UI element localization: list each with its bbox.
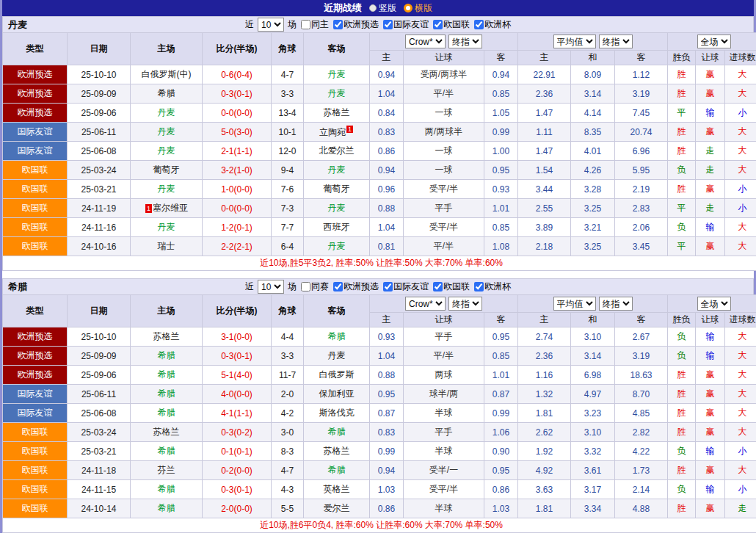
away-team[interactable]: 希腊 xyxy=(304,461,370,480)
handicap: 平/半 xyxy=(404,347,484,366)
odds-source-select[interactable]: Crow* xyxy=(405,297,446,311)
corners: 10-1 xyxy=(272,123,304,142)
home-team[interactable]: 希腊 xyxy=(131,385,203,404)
home-team[interactable]: 丹麦 xyxy=(131,104,203,123)
away-team[interactable]: 苏格兰 xyxy=(304,104,370,123)
away-team[interactable]: 丹麦 xyxy=(304,65,370,84)
away-team[interactable]: 丹麦 xyxy=(304,237,370,256)
away-team[interactable]: 希腊 xyxy=(304,327,370,347)
league-filter-0[interactable]: 欧洲预选 xyxy=(331,18,379,31)
league-filter-3-checkbox[interactable] xyxy=(474,282,484,291)
match-date: 24-11-16 xyxy=(68,218,131,237)
scope-select[interactable]: 全场 xyxy=(697,297,731,311)
league-filter-2[interactable]: 欧国联 xyxy=(431,280,470,293)
sub-col-header: 主 xyxy=(518,51,571,65)
away-team[interactable]: 北爱尔兰 xyxy=(304,142,370,161)
team-name: 丹麦 xyxy=(8,18,27,32)
home-team[interactable]: 苏格兰 xyxy=(131,327,203,347)
col-header-type: 类型 xyxy=(3,295,68,327)
odds-time-select[interactable]: 终指 xyxy=(448,35,482,48)
away-team[interactable]: 丹麦 xyxy=(304,347,370,366)
scope-select[interactable]: 全场 xyxy=(697,35,731,48)
league-filter-2-checkbox[interactable] xyxy=(433,20,443,29)
league-filter-2-checkbox[interactable] xyxy=(433,282,443,291)
home-team[interactable]: 丹麦 xyxy=(131,142,203,161)
odds-time-select[interactable]: 终指 xyxy=(448,297,482,311)
home-team[interactable]: 丹麦 xyxy=(131,218,203,237)
league-filter-3[interactable]: 欧洲杯 xyxy=(472,280,511,293)
home-team[interactable]: 丹麦 xyxy=(131,180,203,199)
away-team[interactable]: 立陶宛1 xyxy=(304,123,370,142)
league-filter-1-checkbox[interactable] xyxy=(383,20,393,29)
away-team[interactable]: 英格兰 xyxy=(304,480,370,499)
same-filter[interactable]: 同赛 xyxy=(299,280,329,293)
league-filter-2[interactable]: 欧国联 xyxy=(431,18,470,31)
match-count-select[interactable]: 10 xyxy=(258,18,284,32)
home-team[interactable]: 1塞尔维亚 xyxy=(131,199,203,218)
away-team[interactable]: 葡萄牙 xyxy=(304,180,370,199)
away-team[interactable]: 希腊 xyxy=(304,423,370,442)
same-filter-checkbox[interactable] xyxy=(301,282,310,291)
avg-source-select[interactable]: 平均值 xyxy=(553,35,596,48)
home-team[interactable]: 希腊 xyxy=(131,84,203,104)
league-filter-3-checkbox[interactable] xyxy=(474,20,484,29)
match-count-select[interactable]: 10 xyxy=(258,280,284,294)
league-filter-0-checkbox[interactable] xyxy=(333,282,343,291)
away-team[interactable]: 保加利亚 xyxy=(304,385,370,404)
result-handicap: 赢 xyxy=(696,461,725,480)
home-team[interactable]: 芬兰 xyxy=(131,461,203,480)
league-filter-3[interactable]: 欧洲杯 xyxy=(472,18,511,31)
home-team[interactable]: 希腊 xyxy=(131,404,203,423)
home-team[interactable]: 希腊 xyxy=(131,347,203,366)
away-team[interactable]: 丹麦 xyxy=(304,199,370,218)
handicap: 一球 xyxy=(404,161,484,180)
col-header-score: 比分(半场) xyxy=(203,295,272,327)
result-handicap: 输 xyxy=(696,104,725,123)
league-filter-0[interactable]: 欧洲预选 xyxy=(331,280,379,293)
away-team[interactable]: 西班牙 xyxy=(304,218,370,237)
filter-controls: 近10场同赛欧洲预选国际友谊欧国联欧洲杯 xyxy=(245,280,511,294)
layout-horizontal-radio[interactable]: 横版 xyxy=(404,2,432,15)
result-handicap: 赢 xyxy=(696,385,725,404)
same-filter[interactable]: 同主 xyxy=(299,18,329,31)
avg-time-select[interactable]: 终指 xyxy=(599,35,633,48)
same-filter-checkbox[interactable] xyxy=(301,20,310,29)
sub-col-header: 客 xyxy=(615,313,668,327)
away-team[interactable]: 白俄罗斯 xyxy=(304,366,370,385)
away-team[interactable]: 苏格兰 xyxy=(304,442,370,461)
home-team[interactable]: 苏格兰 xyxy=(131,423,203,442)
home-team[interactable]: 丹麦 xyxy=(131,123,203,142)
league-filter-1-checkbox[interactable] xyxy=(383,282,393,291)
layout-vertical-radio[interactable]: 竖版 xyxy=(369,2,396,15)
away-team[interactable]: 爱尔兰 xyxy=(304,499,370,518)
result-wdl: 负 xyxy=(668,480,696,499)
handicap: 平手 xyxy=(404,423,484,442)
league-badge: 欧国联 xyxy=(3,480,68,499)
home-odds: 0.87 xyxy=(370,404,404,423)
home-team[interactable]: 希腊 xyxy=(131,499,203,518)
match-row: 欧洲预选25-09-09希腊0-3(0-1)3-3丹麦1.04平/半0.852.… xyxy=(3,347,756,366)
score: 0-3(0-2) xyxy=(203,423,272,442)
home-team[interactable]: 希腊 xyxy=(131,442,203,461)
league-filter-1[interactable]: 国际友谊 xyxy=(381,280,429,293)
home-team[interactable]: 瑞士 xyxy=(131,237,203,256)
home-team[interactable]: 白俄罗斯(中) xyxy=(131,65,203,84)
result-handicap: 走 xyxy=(696,142,725,161)
avg-home-odds: 1.11 xyxy=(518,123,571,142)
away-team[interactable]: 斯洛伐克 xyxy=(304,404,370,423)
away-team[interactable]: 丹麦 xyxy=(304,84,370,104)
handicap: 一球 xyxy=(404,142,484,161)
avg-home-odds: 1.92 xyxy=(518,442,571,461)
odds-source-select[interactable]: Crow* xyxy=(405,35,446,48)
home-team[interactable]: 希腊 xyxy=(131,480,203,499)
league-filter-1[interactable]: 国际友谊 xyxy=(381,18,429,31)
home-team[interactable]: 希腊 xyxy=(131,366,203,385)
avg-home-odds: 1.16 xyxy=(518,366,571,385)
home-team[interactable]: 葡萄牙 xyxy=(131,161,203,180)
avg-home-odds: 22.91 xyxy=(518,65,571,84)
league-filter-0-checkbox[interactable] xyxy=(333,20,343,29)
avg-time-select[interactable]: 终指 xyxy=(599,297,633,311)
avg-source-select[interactable]: 平均值 xyxy=(553,297,596,311)
avg-draw-odds: 8.35 xyxy=(571,123,615,142)
away-team[interactable]: 丹麦 xyxy=(304,161,370,180)
